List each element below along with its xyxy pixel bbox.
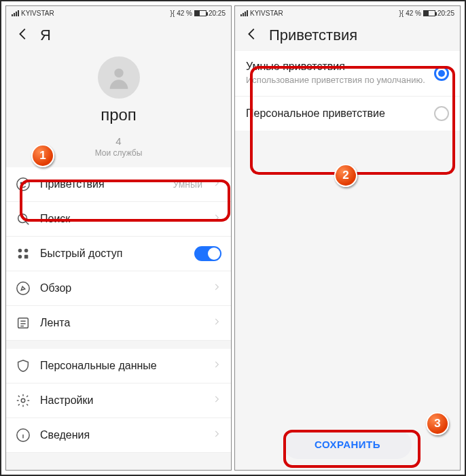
svg-point-4	[18, 214, 27, 223]
back-icon[interactable]	[245, 27, 259, 44]
svg-point-5	[18, 249, 22, 253]
back-icon[interactable]	[16, 27, 31, 44]
battery-pct-label: 42 %	[177, 10, 192, 17]
row-label: Лента	[40, 317, 202, 329]
row-about[interactable]: Сведения	[6, 418, 231, 453]
row-label: Приветствия	[40, 178, 163, 190]
svg-point-11	[21, 398, 25, 403]
app-header: Приветствия	[235, 20, 460, 51]
svg-point-7	[18, 255, 22, 259]
svg-point-3	[24, 182, 26, 184]
info-icon	[16, 428, 31, 443]
row-browse[interactable]: Обзор	[6, 271, 231, 306]
row-label: Обзор	[40, 282, 202, 294]
clock-label: 20:25	[209, 10, 226, 17]
vibrate-icon: }{	[170, 10, 175, 17]
clock-label: 20:25	[437, 10, 454, 17]
search-icon	[16, 211, 31, 226]
row-quick-access[interactable]: Быстрый доступ	[6, 237, 231, 271]
battery-icon	[194, 10, 207, 16]
option-subtitle: Использование приветствия по умолчанию.	[246, 75, 427, 86]
battery-pct-label: 42 %	[406, 10, 421, 17]
row-settings[interactable]: Настройки	[6, 384, 231, 418]
step-badge: 1	[31, 144, 54, 167]
option-personal-greeting[interactable]: Персональное приветствие	[235, 97, 460, 131]
feed-icon	[16, 316, 31, 330]
smiley-icon	[16, 177, 31, 192]
chevron-right-icon	[212, 394, 221, 407]
step-badge: 3	[426, 412, 449, 435]
gear-icon	[16, 393, 31, 408]
row-value: Умный	[173, 179, 202, 190]
svg-point-2	[20, 182, 22, 184]
row-search[interactable]: Поиск	[6, 202, 231, 237]
row-label: Настройки	[40, 394, 202, 407]
row-label: Быстрый доступ	[40, 248, 185, 260]
row-personal-data[interactable]: Персональные данные	[6, 349, 231, 384]
status-bar: KYIVSTAR }{ 42 % 20:25	[6, 6, 231, 20]
row-greetings[interactable]: Приветствия Умный	[6, 167, 231, 202]
step-badge: 2	[334, 164, 357, 187]
option-title: Умные приветствия	[246, 61, 427, 73]
row-label: Поиск	[40, 213, 202, 225]
shield-icon	[16, 358, 31, 373]
row-label: Персональные данные	[40, 360, 202, 372]
svg-point-0	[114, 69, 123, 78]
carrier-label: KYIVSTAR	[21, 10, 54, 17]
svg-point-1	[17, 178, 29, 190]
radio-selected[interactable]	[434, 66, 449, 81]
app-header: Я	[6, 20, 231, 51]
svg-point-6	[24, 249, 29, 253]
save-button[interactable]: СОХРАНИТЬ	[283, 430, 412, 459]
chevron-right-icon	[212, 429, 221, 441]
quick-access-toggle[interactable]	[194, 246, 221, 261]
chevron-right-icon	[212, 317, 221, 329]
option-smart-greetings[interactable]: Умные приветствия Использование приветст…	[235, 51, 460, 97]
option-title: Персональное приветствие	[246, 107, 427, 120]
services-count: 4	[115, 135, 121, 147]
compass-icon	[16, 281, 31, 296]
status-bar: KYIVSTAR }{ 42 % 20:25	[235, 6, 460, 20]
page-title: Приветствия	[269, 27, 357, 44]
radio-unselected[interactable]	[434, 106, 449, 121]
chevron-right-icon	[212, 282, 221, 294]
svg-point-9	[17, 282, 29, 294]
greeting-options: Умные приветствия Использование приветст…	[235, 51, 460, 131]
chevron-right-icon	[212, 360, 221, 372]
row-feed[interactable]: Лента	[6, 306, 231, 341]
services-label: Мои службы	[95, 148, 143, 158]
grid-icon	[16, 246, 31, 261]
profile-name: проп	[101, 105, 137, 124]
greetings-screen: KYIVSTAR }{ 42 % 20:25 Приветствия Умные…	[234, 5, 461, 471]
battery-icon	[423, 10, 435, 16]
chevron-right-icon	[212, 178, 221, 190]
settings-list: Приветствия Умный Поиск Быстрый доступ	[6, 167, 231, 453]
carrier-label: KYIVSTAR	[250, 10, 283, 17]
page-title: Я	[40, 27, 51, 44]
avatar[interactable]	[98, 56, 140, 99]
profile-screen: KYIVSTAR }{ 42 % 20:25 Я проп 4 Мои служ…	[5, 5, 232, 471]
chevron-right-icon	[212, 213, 221, 225]
svg-rect-8	[24, 255, 29, 259]
row-label: Сведения	[40, 429, 202, 441]
vibrate-icon: }{	[399, 10, 404, 17]
